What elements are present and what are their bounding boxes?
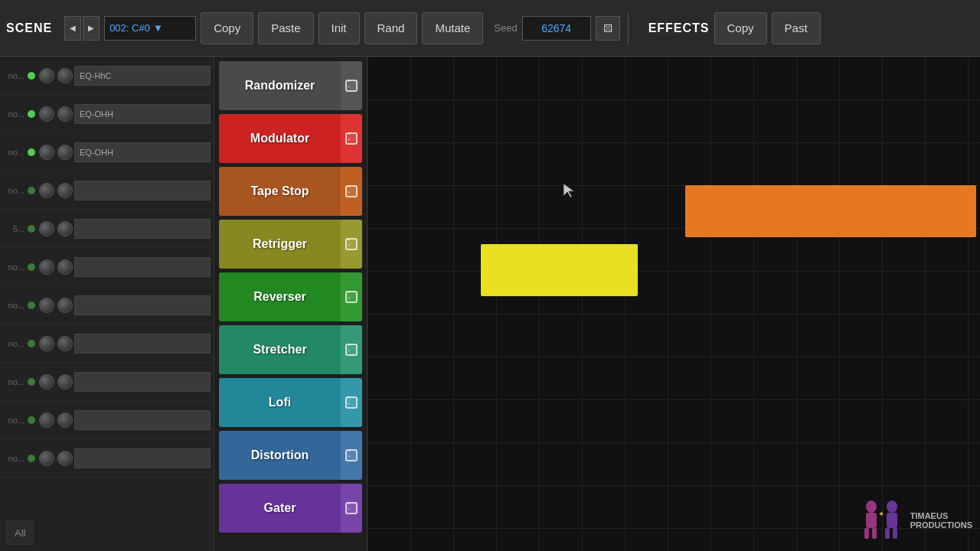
track-name-button[interactable] [74,219,211,239]
track-knob[interactable] [39,412,54,428]
grid-block-orange[interactable] [685,185,976,237]
effect-distortion-settings[interactable] [341,431,362,480]
effect-randomizer-settings[interactable] [341,61,362,110]
track-knob[interactable] [57,298,73,313]
mutate-button[interactable]: Mutate [422,12,483,44]
track-knob[interactable] [39,68,54,83]
effect-retrigger[interactable]: Retrigger [219,220,362,269]
effect-reverser-settings[interactable] [341,272,362,321]
effect-lofi-label: Lofi [219,378,341,427]
watermark-logo: ✦ [860,497,906,543]
scene-dropdown[interactable]: 002: C#0 ▼ [104,16,196,41]
effects-paste-button[interactable]: Past [772,12,821,44]
track-name-button[interactable] [74,257,211,277]
track-led [28,416,35,424]
track-led [28,378,35,386]
track-led [28,110,35,118]
effects-panel: Randomizer Modulator Tape Stop [214,57,368,537]
svg-rect-2 [864,528,869,539]
track-name-button[interactable] [74,448,211,468]
dropdown-arrow-icon: ▼ [153,22,163,34]
effect-tapestop-settings[interactable] [341,167,362,216]
effect-stretcher[interactable]: Stretcher [219,325,362,374]
track-label: no... [3,377,28,386]
paste-button[interactable]: Paste [258,12,313,44]
track-knob[interactable] [39,451,54,466]
track-row: no... [0,248,214,286]
track-knob[interactable] [39,145,54,160]
track-name-button[interactable] [74,372,211,392]
track-row: no... EQ-HhC [0,57,214,95]
svg-point-0 [866,500,877,513]
track-knob[interactable] [57,106,73,122]
effect-gater-settings[interactable] [341,484,362,533]
effect-gater[interactable]: Gater [219,484,362,533]
track-row: no... [0,324,214,363]
track-led [28,225,35,233]
reverser-dice-icon [345,291,358,303]
distortion-dice-icon [345,449,358,461]
track-knob[interactable] [57,221,73,236]
dice-icon: ⚄ [603,22,612,34]
nav-next-button[interactable]: ▶ [83,16,100,41]
track-knob[interactable] [39,221,54,236]
track-label: no... [3,339,28,348]
all-area: All [0,514,214,551]
seed-value[interactable]: 62674 [522,16,591,41]
track-label: no... [3,71,28,80]
track-knob[interactable] [39,336,54,351]
track-knob[interactable] [57,374,73,390]
effect-lofi[interactable]: Lofi [219,378,362,427]
effects-copy-button[interactable]: Copy [714,12,767,44]
track-knob[interactable] [57,451,73,466]
track-knob[interactable] [39,298,54,313]
effect-retrigger-settings[interactable] [341,220,362,269]
track-name-button[interactable] [74,181,211,201]
track-knob[interactable] [57,145,73,160]
track-label: no... [3,416,28,425]
track-knob[interactable] [57,259,73,275]
nav-prev-button[interactable]: ◀ [64,16,81,41]
effect-lofi-settings[interactable] [341,378,362,427]
seed-randomize-button[interactable]: ⚄ [596,16,620,41]
grid-area[interactable]: ✦ TIMAEUS PRODUCTIONS [368,57,980,551]
copy-button[interactable]: Copy [201,12,253,44]
track-knob[interactable] [57,68,73,83]
track-name-button[interactable] [74,295,211,315]
effect-reverser-label: Reverser [219,272,341,321]
effect-stretcher-settings[interactable] [341,325,362,374]
main-content: no... EQ-HhC no... EQ-OHH no... EQ-OHH [0,57,980,551]
svg-point-4 [887,500,897,513]
track-name-button[interactable]: EQ-OHH [74,142,211,162]
grid-block-yellow[interactable] [481,244,638,296]
effect-distortion-label: Distortion [219,431,341,480]
track-led [28,72,35,80]
effect-stretcher-label: Stretcher [219,325,341,374]
track-knob[interactable] [39,374,54,390]
track-label: no... [3,301,28,310]
effect-distortion[interactable]: Distortion [219,431,362,480]
track-row: no... EQ-OHH [0,95,214,133]
scene-value: 002: C#0 [109,22,150,34]
track-knob[interactable] [39,259,54,275]
track-knob[interactable] [39,106,54,122]
effect-randomizer-label: Randomizer [219,61,341,110]
track-name-button[interactable] [74,410,211,430]
rand-button[interactable]: Rand [364,12,418,44]
effect-modulator[interactable]: Modulator [219,114,362,163]
randomizer-dice-icon [345,80,358,92]
effect-randomizer[interactable]: Randomizer [219,61,362,110]
effect-tapestop[interactable]: Tape Stop [219,167,362,216]
init-button[interactable]: Init [318,12,360,44]
track-knob[interactable] [57,183,73,198]
track-led [28,187,35,194]
effect-modulator-settings[interactable] [341,114,362,163]
effect-reverser[interactable]: Reverser [219,272,362,321]
track-name-button[interactable]: EQ-OHH [74,104,211,124]
track-knob[interactable] [57,412,73,428]
all-button[interactable]: All [6,520,34,545]
track-name-button[interactable] [74,334,211,354]
track-knob[interactable] [57,336,73,351]
track-name-button[interactable]: EQ-HhC [74,66,211,86]
track-knob[interactable] [39,183,54,198]
